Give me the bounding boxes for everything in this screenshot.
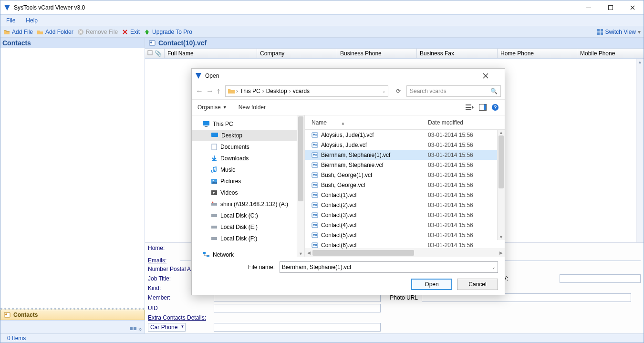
col-business-phone[interactable]: Business Phone <box>337 49 416 58</box>
exit-label: Exit <box>130 29 140 35</box>
file-row[interactable]: Biernham, Stephanie.vcf03-01-2014 15:56 <box>305 160 505 170</box>
file-list-header: Name▲ Date modified <box>305 115 505 130</box>
file-row[interactable]: Aloysius, Jude(1).vcf03-01-2014 15:56 <box>305 130 505 140</box>
network-drive-icon <box>211 201 218 208</box>
extra-contacts-label: Extra Contacts Details: <box>148 314 206 321</box>
chevron-down-icon[interactable]: ⌄ <box>382 89 386 94</box>
contacts-tree[interactable] <box>0 48 145 310</box>
file-row[interactable]: Aloysius, Jude.vcf03-01-2014 15:56 <box>305 140 505 150</box>
svg-rect-16 <box>466 109 471 110</box>
vcard-icon <box>149 40 156 46</box>
switch-view-button[interactable]: Switch View ▾ <box>597 29 641 35</box>
add-file-button[interactable]: Add File <box>3 29 33 35</box>
tree-network[interactable]: Network <box>192 249 304 257</box>
app-title: SysTools vCard Viewer v3.0 <box>14 4 85 11</box>
col-full-name[interactable]: Full Name <box>164 49 257 58</box>
svg-point-48 <box>313 164 315 166</box>
file-row[interactable]: Biernham, Stephanie(1).vcf03-01-2014 15:… <box>305 150 505 160</box>
folder-open-icon <box>3 29 10 35</box>
organise-button[interactable]: Organise ▼ <box>197 104 227 111</box>
svg-point-36 <box>313 134 315 135</box>
svg-rect-70 <box>315 215 317 216</box>
file-row[interactable]: Contact(4).vcf03-01-2014 15:56 <box>305 220 505 230</box>
uid-input[interactable] <box>214 304 381 312</box>
vcf-file-icon <box>312 232 318 239</box>
upgrade-label: Upgrade To Pro <box>152 29 192 35</box>
tree-network-drive[interactable]: shini (\\192.168.2.132) (A:) <box>192 198 304 210</box>
svg-point-56 <box>313 184 315 186</box>
car-phone-input[interactable] <box>214 323 381 332</box>
car-phone-select[interactable]: Car Phone ▼ <box>148 323 186 332</box>
tree-desktop[interactable]: Desktop <box>192 130 304 141</box>
exit-button[interactable]: Exit <box>122 29 140 35</box>
tree-videos[interactable]: Videos <box>192 187 304 198</box>
file-list-hscrollbar[interactable]: ◀▶ <box>305 249 505 257</box>
minimize-button[interactable] <box>578 0 600 14</box>
tree-scrollbar[interactable]: ▲▼ <box>297 115 304 257</box>
svg-rect-61 <box>315 194 317 195</box>
svg-rect-65 <box>315 204 317 205</box>
menu-file[interactable]: File <box>6 17 15 24</box>
view-options-button[interactable] <box>466 104 474 111</box>
crumb-vcards[interactable]: vcards <box>292 88 311 94</box>
vcf-file-icon <box>312 162 318 168</box>
add-folder-button[interactable]: Add Folder <box>37 29 73 35</box>
tree-downloads[interactable]: Downloads <box>192 153 304 164</box>
nav-up-button[interactable]: ↑ <box>217 87 220 95</box>
file-row[interactable]: Bush, George(1).vcf03-01-2014 15:56 <box>305 170 505 180</box>
file-row[interactable]: Contact(2).vcf03-01-2014 15:56 <box>305 200 505 210</box>
file-row[interactable]: Bush, George.vcf03-01-2014 15:56 <box>305 180 505 190</box>
nav-forward-button[interactable]: → <box>206 87 214 95</box>
nav-shortcuts-icon[interactable]: » <box>130 326 145 333</box>
file-name: Bush, George.vcf <box>321 182 365 188</box>
upgrade-button[interactable]: Upgrade To Pro <box>144 29 192 35</box>
open-button[interactable]: Open <box>411 279 452 290</box>
tree-pictures[interactable]: Pictures <box>192 176 304 187</box>
vcf-file-icon <box>312 242 318 249</box>
new-folder-button[interactable]: New folder <box>239 104 266 111</box>
col-name[interactable]: Name▲ <box>312 119 428 126</box>
nav-back-button[interactable]: ← <box>196 87 203 95</box>
documents-icon <box>211 144 218 150</box>
search-input[interactable]: Search vcards 🔍 <box>406 85 501 97</box>
file-row[interactable]: Contact(3).vcf03-01-2014 15:56 <box>305 210 505 220</box>
tree-this-pc[interactable]: This PC <box>192 118 304 130</box>
file-name: Contact(3).vcf <box>321 212 357 218</box>
switch-view-icon <box>597 29 603 35</box>
refresh-button[interactable]: ⟳ <box>393 88 404 94</box>
tree-local-disk-f[interactable]: Local Disk (F:) <box>192 233 304 244</box>
col-business-fax[interactable]: Business Fax <box>416 49 497 58</box>
remove-file-button[interactable]: Remove File <box>77 29 118 35</box>
chevron-down-icon: ▼ <box>223 105 227 110</box>
col-date-modified[interactable]: Date modified <box>428 119 505 126</box>
file-name-input[interactable]: Biernham, Stephanie(1).vcf ⌄ <box>280 261 498 273</box>
menu-help[interactable]: Help <box>26 17 38 24</box>
close-button[interactable] <box>622 0 644 14</box>
col-company[interactable]: Company <box>257 49 337 58</box>
rev-input[interactable] <box>560 274 641 283</box>
help-button[interactable]: ? <box>491 104 499 111</box>
tree-music[interactable]: Music <box>192 164 304 176</box>
file-row[interactable]: Contact(6).vcf03-01-2014 15:56 <box>305 240 505 249</box>
tree-local-disk-c[interactable]: Local Disk (C:) <box>192 210 304 221</box>
breadcrumb[interactable]: › This PC › Desktop › vcards ⌄ <box>225 85 388 97</box>
svg-point-8 <box>5 313 7 315</box>
file-date: 03-01-2014 15:56 <box>428 242 505 249</box>
file-name: Contact(2).vcf <box>321 202 357 208</box>
col-home-phone[interactable]: Home Phone <box>497 49 577 58</box>
crumb-this-pc[interactable]: This PC <box>239 88 261 94</box>
vcf-file-icon <box>312 182 318 188</box>
file-row[interactable]: Contact(1).vcf03-01-2014 15:56 <box>305 190 505 200</box>
file-row[interactable]: Contact(5).vcf03-01-2014 15:56 <box>305 230 505 240</box>
contacts-accordion[interactable]: Contacts <box>0 310 145 320</box>
tree-documents[interactable]: Documents <box>192 141 304 153</box>
tree-local-disk-e[interactable]: Local Disk (E:) <box>192 221 304 233</box>
maximize-button[interactable] <box>600 0 622 14</box>
cancel-button[interactable]: Cancel <box>457 279 498 290</box>
crumb-desktop[interactable]: Desktop <box>265 88 288 94</box>
preview-pane-button[interactable] <box>479 104 487 111</box>
dialog-close-button[interactable] <box>483 73 502 79</box>
file-list-scrollbar[interactable]: ▲▼ <box>497 130 505 240</box>
member-label: Member: <box>148 294 210 301</box>
col-mobile-phone[interactable]: Mobile Phone <box>577 49 644 58</box>
